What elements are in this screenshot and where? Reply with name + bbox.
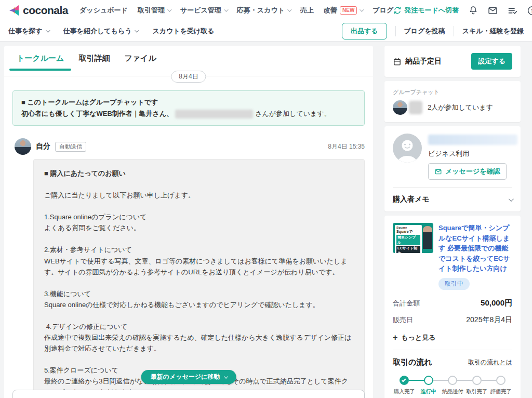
chevron-down-icon xyxy=(224,7,228,11)
header-actions: 発注モードへ切替 ? xyxy=(393,3,532,18)
nav-apply-scout[interactable]: 応募・スカウト xyxy=(237,6,290,15)
member-avatar[interactable] xyxy=(393,100,407,115)
logo-text: coconala xyxy=(23,4,68,17)
sub-nav: 仕事を探す 仕事を紹介してもらう スカウトを受け取る 出品する ブログを投稿 ス… xyxy=(0,21,532,42)
swap-arrows-icon xyxy=(393,6,402,15)
chevron-down-icon xyxy=(135,28,139,32)
date-divider: 8月4日 xyxy=(4,76,373,87)
flow-help-link[interactable]: 取引の流れとは xyxy=(468,358,512,367)
buyer-default-avatar[interactable] xyxy=(393,134,422,163)
buyer-card: ビジネス利用 メッセージを確認 購入者メモ xyxy=(384,126,521,211)
sender-name: 自分 xyxy=(36,142,50,151)
member-avatars xyxy=(393,100,422,115)
nav-label: 改善 xyxy=(324,6,337,15)
subnav-label: スカウトを受け取る xyxy=(152,26,214,36)
vertical-divider xyxy=(454,26,454,36)
auto-send-badge: 自動送信 xyxy=(55,142,86,152)
main-nav: ダッシュボード 取引管理 サービス管理 応募・スカウト 売上 改善NEW ブログ xyxy=(79,6,393,15)
message-bubble: ■ 購入にあたってのお願い ご購入に当たりまして以下お願い申し上げます。 1.S… xyxy=(33,159,365,398)
tab-files[interactable]: ファイル xyxy=(117,46,163,71)
message-header: 自分 自動送信 8月4日 15:35 xyxy=(15,138,365,155)
check-message-label: メッセージを確認 xyxy=(445,167,500,176)
mode-switch-label: 発注モードへ切替 xyxy=(404,6,459,15)
message-input[interactable] xyxy=(12,390,365,398)
jump-to-latest-button[interactable]: 最新のメッセージに移動 xyxy=(141,370,236,384)
total-amount-value: 50,000円 xyxy=(481,298,512,308)
chevron-down-icon xyxy=(167,7,171,11)
flow-step-label: 納品送付 xyxy=(441,388,464,395)
notifications-bell-icon[interactable] xyxy=(468,5,478,16)
nav-label: ブログ xyxy=(373,6,393,15)
plus-icon: + xyxy=(393,334,397,342)
thumb-line1: Squareで xyxy=(396,229,420,234)
service-title-link[interactable]: Squareで簡単・シンプルなECサイト構築します 必要最低限での機能でコストを… xyxy=(438,223,512,274)
order-mode-switch[interactable]: 発注モードへ切替 xyxy=(393,6,459,15)
subnav-label: ブログを投稿 xyxy=(404,26,445,36)
flow-progress-track xyxy=(394,376,511,385)
nav-blog[interactable]: ブログ xyxy=(373,6,393,15)
sender-avatar xyxy=(15,138,31,155)
tab-transaction-detail[interactable]: 取引詳細 xyxy=(71,46,117,71)
todo-list-icon[interactable] xyxy=(507,5,518,16)
subnav-get-introduced[interactable]: 仕事を紹介してもらう xyxy=(63,26,138,36)
mail-icon xyxy=(434,168,442,176)
nav-transactions[interactable]: 取引管理 xyxy=(138,6,170,15)
flow-step-label: 取引完了 xyxy=(466,388,488,395)
subnav-receive-scout[interactable]: スカウトを受け取る xyxy=(152,26,214,36)
total-amount-label: 合計金額 xyxy=(393,299,420,308)
flow-step-done-icon xyxy=(400,376,409,385)
post-blog-link[interactable]: ブログを投稿 xyxy=(404,26,445,36)
top-header: coconala ダッシュボード 取引管理 サービス管理 応募・スカウト 売上 … xyxy=(0,0,532,21)
group-members: 2人が参加しています xyxy=(393,100,512,115)
coconala-logo-icon xyxy=(7,4,21,17)
coconala-app: coconala ダッシュボード 取引管理 サービス管理 応募・スカウト 売上 … xyxy=(0,0,532,398)
nav-dashboard[interactable]: ダッシュボード xyxy=(79,6,128,15)
coconala-logo[interactable]: coconala xyxy=(7,4,68,17)
tab-talkroom[interactable]: トークルーム xyxy=(9,46,71,71)
talkroom-tabs: トークルーム 取引詳細 ファイル xyxy=(4,46,373,71)
subnav-left: 仕事を探す 仕事を紹介してもらう スカウトを受け取る xyxy=(8,26,215,36)
help-icon[interactable]: ? xyxy=(527,5,532,16)
nav-improve[interactable]: 改善NEW xyxy=(324,6,363,15)
check-message-button[interactable]: メッセージを確認 xyxy=(428,163,507,180)
flow-step-todo-icon xyxy=(472,376,482,385)
show-more-toggle[interactable]: + もっと見る xyxy=(393,333,512,342)
total-amount-row: 合計金額 50,000円 xyxy=(393,298,512,308)
message-body: ご購入に当たりまして以下お願い申し上げます。 1.Square onlineのプ… xyxy=(44,190,354,398)
new-badge: NEW xyxy=(340,6,357,15)
divider xyxy=(393,350,512,350)
transaction-sidebar: 納品予定日 設定する グループチャット 2人が参加しています xyxy=(384,46,521,398)
messages-mail-icon[interactable] xyxy=(487,5,498,16)
flow-connector xyxy=(433,380,448,381)
talkroom-panel: トークルーム 取引詳細 ファイル 8月4日 ■ このトークルームはグループチャッ… xyxy=(4,46,373,398)
nav-services[interactable]: サービス管理 xyxy=(180,6,227,15)
message-title: ■ 購入にあたってのお願い xyxy=(44,168,354,179)
buyer-usage-type: ビジネス利用 xyxy=(428,149,512,158)
nav-sales[interactable]: 売上 xyxy=(300,6,314,15)
nav-label: 売上 xyxy=(300,6,314,15)
notice-body: 初心者にも優しく丁寧なWEB制作者｜亀井さん、さんが参加しています。 xyxy=(21,108,356,120)
delivery-date-label-wrap: 納品予定日 xyxy=(393,57,442,66)
redacted-member-avatar[interactable] xyxy=(409,101,422,114)
delivery-date-label: 納品予定日 xyxy=(405,57,442,66)
group-chat-label: グループチャット xyxy=(393,88,512,96)
transaction-flow-header: 取引の流れ 取引の流れとは xyxy=(393,357,512,367)
show-more-label: もっと見る xyxy=(401,333,435,342)
subnav-find-work[interactable]: 仕事を探す xyxy=(8,26,49,36)
date-badge: 8月4日 xyxy=(171,71,206,83)
flow-step-label-current: 進行中 xyxy=(417,388,440,395)
redacted-name xyxy=(175,110,253,118)
register-skill-link[interactable]: スキル・経験を登録 xyxy=(462,26,524,36)
sale-date-label: 販売日 xyxy=(393,315,413,325)
group-chat-card: グループチャット 2人が参加しています xyxy=(384,81,521,122)
flow-step-todo-icon xyxy=(448,376,457,385)
jump-button-label: 最新のメッセージに移動 xyxy=(151,373,220,381)
buyer-memo-toggle[interactable]: 購入者メモ xyxy=(393,195,512,204)
thumb-line2: 簡単シンプル xyxy=(396,235,420,245)
delivery-date-card: 納品予定日 設定する xyxy=(384,46,521,77)
sell-button[interactable]: 出品する xyxy=(342,23,387,39)
nav-label: 取引管理 xyxy=(138,6,165,15)
service-thumbnail[interactable]: Square Squareで 簡単シンプル ECサイト制作 xyxy=(393,223,433,253)
set-delivery-date-button[interactable]: 設定する xyxy=(471,53,512,70)
flow-step-current-icon xyxy=(424,376,433,385)
